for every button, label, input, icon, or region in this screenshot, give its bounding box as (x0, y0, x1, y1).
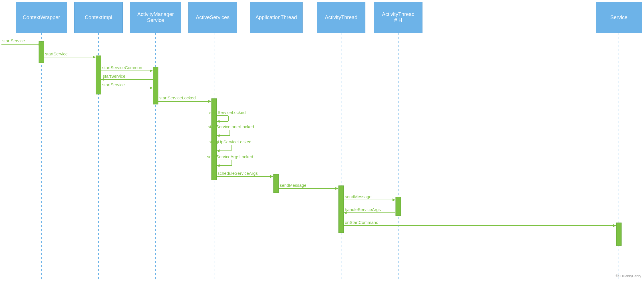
svg-text:startService: startService (103, 74, 125, 79)
svg-text:scheduleServiceArgs: scheduleServiceArgs (218, 171, 258, 176)
svg-marker-29 (150, 87, 153, 89)
lifeline-activeservices: ActiveServices (188, 2, 237, 33)
svg-text:startService: startService (102, 82, 125, 87)
svg-marker-52 (217, 164, 220, 167)
svg-text:startServiceCommon: startServiceCommon (102, 65, 142, 70)
svg-marker-61 (393, 198, 395, 201)
svg-text:onStartCommand: onStartCommand (345, 220, 379, 225)
svg-marker-58 (335, 187, 338, 190)
arrows-svg: startService startService startServiceCo… (0, 0, 644, 281)
lifeline-contextimpl: ContextImpl (74, 2, 123, 33)
svg-rect-11 (212, 99, 217, 180)
svg-rect-8 (39, 41, 44, 63)
svg-marker-67 (613, 224, 616, 227)
watermark: ©SDHenryHenry (615, 274, 641, 278)
svg-marker-20 (93, 56, 96, 59)
lifeline-applicationthread: ApplicationThread (250, 2, 303, 33)
svg-rect-13 (339, 186, 344, 233)
svg-rect-9 (96, 56, 101, 94)
svg-text:startServiceLocked: startServiceLocked (209, 110, 246, 115)
svg-marker-37 (217, 120, 220, 123)
svg-rect-14 (396, 197, 401, 216)
svg-marker-32 (208, 100, 211, 103)
svg-text:startService: startService (2, 38, 25, 43)
svg-marker-17 (39, 43, 41, 46)
svg-rect-15 (616, 223, 621, 246)
svg-text:sendMessage: sendMessage (345, 194, 371, 199)
svg-text:handleServiceArgs: handleServiceArgs (345, 207, 381, 212)
sequence-diagram: startService startService startServiceCo… (0, 0, 644, 281)
svg-text:sendServiceArgsLocked: sendServiceArgsLocked (207, 154, 253, 159)
svg-marker-55 (270, 175, 273, 178)
lifeline-service: Service (596, 2, 642, 33)
svg-text:startServiceLocked: startServiceLocked (159, 95, 196, 100)
svg-marker-47 (217, 149, 220, 152)
lifeline-contextwrapper: ContextWrapper (16, 2, 67, 33)
svg-rect-12 (273, 174, 279, 193)
svg-text:startServiceInnerLocked: startServiceInnerLocked (208, 124, 254, 129)
svg-marker-26 (101, 78, 104, 81)
svg-marker-23 (150, 69, 153, 72)
svg-text:sendMessage: sendMessage (280, 183, 306, 188)
lifeline-activitymanagerservice: ActivityManager Service (130, 2, 181, 33)
svg-marker-42 (217, 134, 220, 137)
svg-marker-64 (344, 211, 347, 214)
svg-text:startService: startService (45, 51, 68, 56)
lifeline-activitythread-h: ActivityThread # H (374, 2, 422, 33)
lifeline-activitythread: ActivityThread (317, 2, 365, 33)
svg-rect-10 (153, 67, 158, 104)
svg-text:bringUpServiceLocked: bringUpServiceLocked (208, 139, 251, 144)
